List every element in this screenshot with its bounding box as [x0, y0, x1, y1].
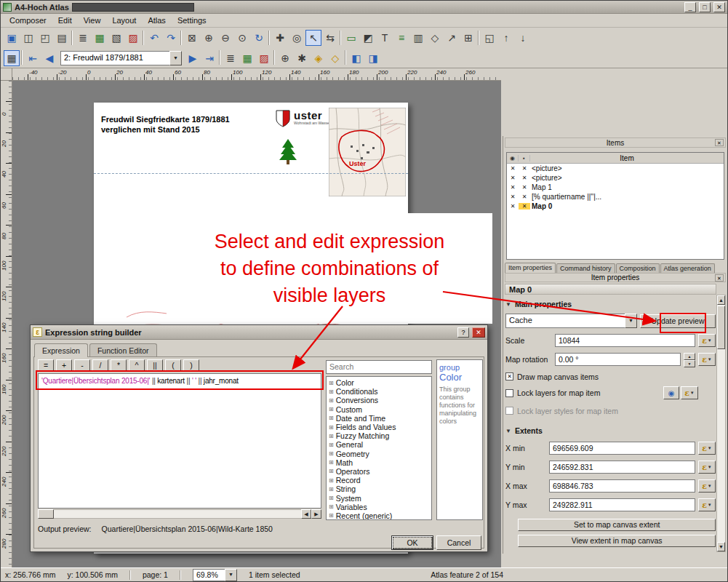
cancel-button[interactable]: Cancel [436, 535, 481, 550]
select-move-item-icon[interactable]: ↖ [305, 30, 321, 46]
lock-check-icon[interactable]: ✕ [519, 194, 530, 200]
function-group-item[interactable]: ⊞ Recent (generic) [327, 511, 431, 520]
function-group-item[interactable]: ⊞ Record [327, 476, 431, 485]
menu-layout[interactable]: Layout [106, 15, 142, 26]
function-group-item[interactable]: ⊞ Color [327, 378, 431, 387]
tree-expand-icon[interactable]: ⊞ [329, 380, 334, 386]
unlock-item-icon[interactable]: ◇ [327, 50, 343, 66]
zoom-out-icon[interactable]: ⊖ [217, 30, 233, 46]
previous-feature-icon[interactable]: ◀ [41, 50, 57, 66]
add-scalebar-icon[interactable]: ▥ [410, 30, 426, 46]
scroll-right-icon[interactable]: ▶ [311, 509, 321, 519]
items-panel-icon[interactable]: ◧ [348, 50, 364, 66]
print-icon[interactable]: ≣ [75, 30, 91, 46]
zoom-tool-icon[interactable]: ◎ [289, 30, 305, 46]
tab-atlas-generation[interactable]: Atlas generation [660, 263, 715, 273]
visibility-check-icon[interactable]: ✕ [507, 203, 519, 210]
properties-scrollbar[interactable]: ▲ ▼ [716, 295, 726, 552]
new-composition-icon[interactable]: ◫ [20, 30, 36, 46]
op-plus[interactable]: + [56, 359, 72, 372]
toolbar-icon[interactable] [477, 31, 481, 45]
scale-input[interactable]: 10844 [555, 334, 695, 347]
list-item[interactable]: ✕ ✕ [% quartiername ||''|... [507, 192, 724, 202]
move-item-content-icon[interactable]: ⇆ [322, 30, 338, 46]
toolbar-icon[interactable] [273, 50, 276, 65]
visibility-check-icon[interactable]: ✕ [507, 165, 519, 172]
add-shape-icon[interactable]: ◇ [427, 30, 443, 46]
update-preview-button[interactable]: Update preview [640, 314, 716, 328]
function-group-item[interactable]: ⊞ Math [327, 458, 431, 467]
function-group-item[interactable]: ⊞ Conversions [327, 396, 431, 404]
toolbar-icon[interactable] [344, 50, 348, 65]
tree-expand-icon[interactable]: ⊞ [329, 459, 334, 466]
extent-input[interactable]: 698846.783 [549, 479, 695, 493]
toolbar-icon[interactable] [218, 50, 222, 65]
draw-map-canvas-items-checkbox[interactable]: ✕ [505, 372, 513, 380]
add-legend-icon[interactable]: ≡ [393, 30, 409, 46]
tab-composition[interactable]: Composition [616, 263, 660, 273]
tree-expand-icon[interactable]: ⊞ [329, 503, 334, 510]
data-defined-override-button[interactable]: ε ▼ [698, 479, 716, 493]
extent-input[interactable]: 246592.831 [549, 461, 695, 474]
function-group-item[interactable]: ⊞ String [327, 485, 431, 493]
function-group-item[interactable]: ⊞ Conditionals [327, 387, 431, 396]
add-image-icon[interactable]: ◩ [360, 30, 376, 46]
scroll-up-icon[interactable]: ▲ [717, 295, 725, 305]
add-label-icon[interactable]: T [377, 30, 393, 46]
menu-edit[interactable]: Edit [52, 15, 78, 26]
cache-combo[interactable]: Cache ▼ [505, 314, 637, 328]
main-properties-header[interactable]: ▼ Main properties [505, 299, 716, 309]
extent-input[interactable]: 249282.911 [549, 498, 695, 511]
tree-expand-icon[interactable]: ⊞ [329, 450, 334, 457]
tree-expand-icon[interactable]: ⊞ [329, 512, 334, 519]
op-close-paren[interactable]: ) [183, 359, 199, 372]
toolbar-icon[interactable] [20, 50, 24, 65]
export-pdf-icon[interactable]: ▨ [125, 30, 141, 46]
close-icon[interactable]: ✕ [715, 139, 724, 146]
list-item[interactable]: ✕ ✕ <picture> [507, 173, 724, 183]
lock-layer-styles-checkbox[interactable]: ✕ [505, 407, 513, 415]
map-item-thumbnail[interactable]: Uster [329, 108, 406, 196]
scrollbar-thumb[interactable] [38, 509, 54, 519]
function-group-item[interactable]: ⊞ Variables [327, 503, 431, 511]
toolbar-icon[interactable] [268, 31, 271, 45]
add-table-icon[interactable]: ⊞ [460, 30, 476, 46]
chevron-down-icon[interactable]: ▼ [625, 314, 637, 328]
scroll-down-icon[interactable]: ▼ [717, 542, 725, 551]
dialog-close-button[interactable]: ✕ [472, 327, 485, 338]
close-icon[interactable]: ✕ [715, 274, 724, 282]
export-image-icon[interactable]: ▦ [92, 30, 108, 46]
atlas-settings-icon[interactable]: ✱ [294, 50, 310, 66]
function-group-item[interactable]: ⊞ Custom [327, 405, 431, 414]
data-defined-override-button[interactable]: ε ▼ [698, 461, 716, 474]
op-minus[interactable]: - [74, 359, 90, 372]
list-item[interactable]: ✕ ✕ Map 1 [507, 183, 724, 192]
visibility-check-icon[interactable]: ✕ [507, 184, 519, 191]
lock-item-icon[interactable]: ◈ [311, 50, 327, 66]
preview-atlas-icon[interactable]: ▦ [4, 50, 20, 66]
add-map-icon[interactable]: ▭ [343, 30, 359, 46]
ok-button[interactable]: OK [391, 535, 433, 550]
data-defined-override-button[interactable]: ε ▼ [698, 498, 716, 511]
tab-item-properties[interactable]: Item properties [505, 263, 556, 273]
toolbar-icon[interactable] [71, 31, 74, 45]
op-open-paren[interactable]: ( [165, 359, 181, 372]
tree-expand-icon[interactable]: ⊞ [329, 388, 334, 395]
extent-input[interactable]: 696569.609 [549, 442, 695, 455]
function-group-item[interactable]: ⊞ Date and Time [327, 414, 431, 423]
list-item[interactable]: ✕ ✕ Map 0 [507, 202, 724, 211]
tree-expand-icon[interactable]: ⊞ [329, 406, 334, 412]
next-feature-icon[interactable]: ▶ [185, 50, 201, 66]
composition-manager-icon[interactable]: ▤ [54, 30, 70, 46]
lower-items-icon[interactable]: ↓ [515, 30, 531, 46]
function-group-item[interactable]: ⊞ Geometry [327, 450, 431, 458]
tree-expand-icon[interactable]: ⊞ [329, 415, 334, 421]
toolbar-icon[interactable] [339, 31, 343, 45]
op-concat[interactable]: || [147, 359, 163, 372]
op-multiply[interactable]: * [111, 359, 127, 372]
lock-check-icon[interactable]: ✕ [519, 203, 530, 210]
zoom-to-feature-icon[interactable]: ⊕ [277, 50, 293, 66]
tree-expand-icon[interactable]: ⊞ [329, 468, 334, 474]
function-group-item[interactable]: ⊞ Operators [327, 467, 431, 476]
op-power[interactable]: ^ [129, 359, 145, 372]
